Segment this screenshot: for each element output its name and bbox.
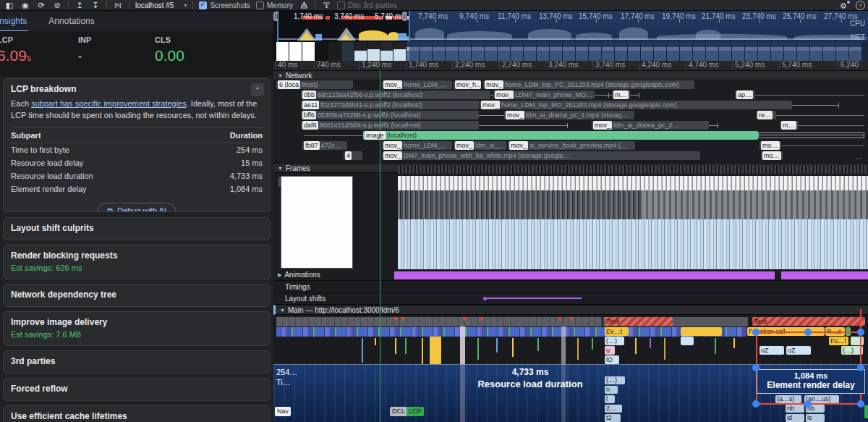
window-right-edge[interactable] — [409, 11, 410, 42]
network-request-bar[interactable]: mov_ai_service_book_preview.mp4 (… — [508, 141, 635, 150]
network-track[interactable]: 6 (localhost)mov_home_LDM_…mov_h…mov_hom… — [273, 80, 868, 162]
network-request-bar[interactable]: mov_home_LDM_top_PC_251203.mp4 (storage.… — [483, 80, 694, 89]
dcl-marker[interactable]: DCL — [390, 407, 407, 416]
network-request-row[interactable]: image(localhost) — [273, 131, 868, 140]
flame-event-chip[interactable]: nb — [786, 405, 804, 413]
window-right-handle[interactable] — [402, 12, 407, 21]
metric-inp[interactable]: INP - — [77, 31, 153, 76]
frames-track[interactable] — [273, 174, 868, 269]
network-more-indicator[interactable]: … — [856, 153, 863, 161]
flame-event-chip[interactable]: (…) — [605, 376, 625, 384]
network-request-bar[interactable]: daf68661421d3df4-s.p.woff2 (localhost) — [301, 121, 479, 130]
network-request-bar[interactable]: mo… — [761, 151, 783, 160]
nav-marker[interactable]: Nav — [275, 407, 291, 416]
debug-with-ai-button[interactable]: ⧉ Debug with AI — [98, 203, 176, 212]
settings-gear-icon[interactable]: ⚙ — [838, 1, 848, 10]
main-flame-chart[interactable]: TaskTaskEv…tFunction callR…s(…)Fu…luoZoZ… — [273, 316, 868, 364]
reload-and-record-icon[interactable]: ⟳ — [36, 1, 46, 9]
window-left-handle[interactable] — [273, 12, 278, 21]
filmstrip-screenshot[interactable] — [276, 42, 289, 61]
network-track-header[interactable]: ▼ Network — [273, 70, 868, 80]
flame-event-chip[interactable]: oZ — [760, 346, 784, 355]
selection-handle[interactable] — [857, 400, 864, 408]
selection-handle[interactable] — [857, 329, 864, 336]
network-request-row[interactable]: 0bb6dc123aa42fb6-s.p.woff2 (localhost)mo… — [273, 90, 868, 100]
network-request-bar[interactable]: mo… — [760, 141, 781, 150]
network-request-bar[interactable] — [776, 115, 864, 116]
network-request-bar[interactable]: bff605305ca72295-s.p.woff2 (localhost) — [301, 111, 479, 119]
flame-event-chip[interactable]: Ev…t — [605, 327, 629, 336]
insight-card[interactable]: 3rd parties — [3, 350, 271, 374]
download-profile-icon[interactable]: ↧ — [90, 1, 101, 9]
insight-card[interactable]: Render blocking requestsEst savings: 626… — [3, 245, 271, 279]
network-request-bar[interactable] — [792, 105, 839, 106]
network-request-row[interactable]: 4mov_DM7_main_phone_with_ha_white.mp4 (s… — [273, 151, 868, 161]
selection-handle[interactable] — [804, 400, 812, 408]
help-icon[interactable]: ? — [856, 1, 865, 10]
flame-event-chip[interactable]: Task — [605, 317, 673, 326]
upload-profile-icon[interactable]: ↥ — [75, 1, 85, 9]
insight-card[interactable]: Improve image deliveryEst savings: 7.6 M… — [3, 311, 271, 346]
metric-cls[interactable]: CLS 0.00 — [153, 31, 234, 76]
network-request-bar[interactable]: mov_h… — [454, 80, 481, 89]
network-request-bar[interactable] — [758, 132, 864, 138]
network-request-bar[interactable]: image(localhost) — [363, 131, 758, 140]
insight-card[interactable]: Use efficient cache lifetimes — [3, 405, 271, 422]
selection-handle[interactable] — [752, 364, 760, 371]
network-request-bar[interactable] — [631, 95, 639, 96]
filmstrip-screenshot[interactable] — [315, 42, 328, 61]
screenshots-checkbox[interactable]: Screenshots — [199, 1, 250, 9]
filmstrip-screenshot[interactable] — [367, 42, 380, 61]
filmstrip-screenshot[interactable] — [289, 42, 302, 61]
memory-checkbox[interactable]: Memory — [256, 1, 293, 9]
network-request-row[interactable]: fb87472c…mov_home_LDM_…mov_ldm_ai_…mov_a… — [273, 141, 868, 151]
network-request-bar[interactable]: mov_DM7_main_phone_with_ha_white.mp4 (st… — [382, 151, 700, 160]
filmstrip-screenshot[interactable] — [341, 42, 354, 61]
selection-handle[interactable] — [752, 329, 760, 336]
flame-event-chip[interactable]: (…) — [605, 337, 624, 345]
selection-handle[interactable] — [804, 329, 812, 336]
network-request-bar[interactable] — [781, 145, 864, 146]
network-request-bar[interactable]: 6 (localhost) — [276, 80, 353, 89]
insight-card[interactable]: Layout shift culprits — [3, 217, 271, 240]
flame-event-chip[interactable]: (a…s) — [775, 395, 801, 403]
timeline-minimap[interactable]: 1,740 ms3,740 ms5,740 ms7,740 ms9,740 ms… — [273, 11, 868, 42]
flame-event-chip[interactable]: lO — [605, 355, 619, 364]
collapse-chevron-icon[interactable]: ⌃ — [251, 83, 264, 96]
flame-event-chip[interactable] — [681, 337, 694, 345]
insight-card[interactable]: Forced reflow — [3, 378, 271, 401]
filmstrip-screenshot[interactable] — [328, 42, 341, 61]
flame-event-chip[interactable]: 2… — [605, 405, 622, 413]
lcp-breakdown-card[interactable]: LCP breakdown ⌃ Each subpart has specifi… — [3, 78, 271, 212]
selection-handle[interactable] — [752, 400, 760, 408]
insight-card[interactable]: Network dependency tree — [3, 284, 271, 307]
flame-event-chip[interactable]: Fu…l — [829, 337, 848, 345]
network-request-bar[interactable]: mov_home_LDM_… — [382, 141, 452, 150]
network-request-bar[interactable]: mov_ldm_ai_drama_pc_2… — [592, 121, 709, 130]
improvement-strategies-link[interactable]: subpart has specific improvement strateg… — [31, 99, 187, 108]
tab-insights[interactable]: Insights — [0, 14, 28, 32]
tab-annotations[interactable]: Annotations — [47, 14, 95, 32]
garbage-collect-icon[interactable] — [299, 1, 309, 9]
network-request-row[interactable]: ae11f023272d3641-s.p.woff2 (localhost)mo… — [273, 101, 868, 110]
layout-shifts-track[interactable]: Layout shifts — [273, 293, 868, 305]
flame-event-chip[interactable]: n — [605, 386, 618, 394]
dim-3rd-parties-checkbox[interactable]: Dim 3rd parties — [337, 1, 397, 9]
history-dropdown[interactable]: localhost #5 ▾ — [135, 1, 187, 9]
network-request-row[interactable]: bff605305ca72295-s.p.woff2 (localhost)mo… — [273, 111, 868, 120]
network-request-bar[interactable]: mov_LDM7_main_phone_MO… — [493, 90, 595, 99]
flame-event-chip[interactable] — [851, 337, 864, 345]
flame-event-chip[interactable]: Task — [752, 317, 865, 326]
network-request-row[interactable]: daf68661421d3df4-s.p.woff2 (localhost)mo… — [273, 121, 868, 130]
flame-event-chip[interactable]: l — [605, 395, 615, 403]
filmstrip-screenshot[interactable] — [393, 42, 406, 61]
animation-bar[interactable] — [781, 271, 868, 279]
flame-event-chip[interactable]: t2 — [605, 414, 621, 422]
flame-event-chip[interactable]: id — [786, 414, 804, 422]
animation-bar[interactable] — [394, 271, 775, 279]
network-request-bar[interactable]: mov_home_LDM_… — [382, 80, 452, 89]
network-request-bar[interactable]: ap… — [735, 90, 755, 99]
network-request-bar[interactable] — [755, 95, 864, 96]
flame-event-chip[interactable]: oZ — [786, 346, 811, 355]
network-request-bar[interactable]: mov_home_LDM_top_MO_251203.mp4 (storage.… — [480, 101, 792, 109]
